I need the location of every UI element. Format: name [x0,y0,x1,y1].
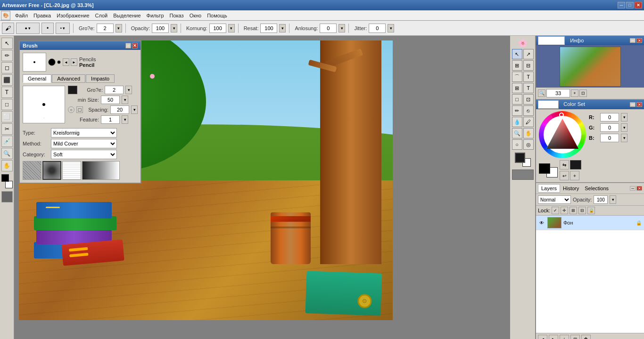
stamp-tool[interactable]: ⎋ [523,105,534,116]
select-tool[interactable]: ⬜ [1,111,13,122]
selections-tab[interactable]: Selections [582,185,611,192]
fill-tool[interactable]: ⬛ [1,74,13,86]
anlosung-arrow[interactable]: ▾ [339,24,345,32]
reset-colors-btn[interactable]: ↩ [560,171,569,180]
zoom-level-input[interactable] [546,89,570,97]
rt-fg-color[interactable] [515,153,525,163]
layer-visibility-toggle[interactable]: 👁 [538,219,545,226]
preview-close-btn[interactable]: ✕ [636,38,642,43]
texture-3[interactable] [62,161,81,180]
current-color-large[interactable] [570,160,581,170]
brush-dot-btn[interactable]: • [41,23,54,34]
history-tab[interactable]: History [560,185,582,192]
layer-opacity-input[interactable] [594,195,608,204]
zoom-in-icon[interactable]: + [571,89,578,97]
eraser-tool[interactable]: ◻ [1,62,13,73]
layers-scroll-down[interactable]: ► [549,335,558,339]
brush-size-btn[interactable]: • ▾ [56,23,70,34]
transform-tool[interactable]: ↗ [523,49,534,59]
add-to-swatches-btn[interactable]: + [570,171,579,180]
color-tab[interactable]: Color [538,100,559,109]
resat-arrow[interactable]: ▾ [279,24,286,32]
spacing-circle-btn[interactable]: ○ [68,106,74,113]
spacing-input[interactable] [110,105,129,114]
brush-tab-advanced[interactable]: Advanced [52,74,85,83]
lasso-tool[interactable]: ✂ [1,123,13,135]
brush-sample-2[interactable] [57,60,61,64]
brush-tab-general[interactable]: General [23,74,51,83]
lock-move[interactable]: ✛ [561,207,568,214]
marquee-tool[interactable]: ⊞ [512,60,522,71]
close-button[interactable]: ✕ [635,2,642,8]
layers-tab[interactable]: Layers [538,184,560,193]
blend-mode-select[interactable]: Normal [538,195,571,204]
rect-select-tool[interactable]: □ [512,94,522,105]
brush-tool[interactable]: ✏ [1,50,13,61]
type-select[interactable]: Kreisformig [51,128,117,137]
jitter-arrow[interactable]: ▾ [388,24,394,32]
gradient-swatch[interactable] [82,161,120,180]
brush-paint-tool[interactable]: ✏ [512,105,522,116]
spacing-arrow[interactable]: ▾ [131,105,138,114]
menu-filter[interactable]: Фильтр [144,12,167,19]
brush-prev-btn[interactable]: ◄ [63,58,69,66]
fill-rt[interactable]: 🖊 [523,117,534,127]
category-select[interactable]: Soft [51,150,117,159]
kornung-arrow[interactable]: ▾ [228,24,235,32]
feature-input[interactable] [101,115,120,124]
pointer-tool[interactable]: ↖ [1,38,13,49]
layers-close-btn[interactable]: ✕ [636,186,642,191]
new-layer-btn[interactable]: + [560,335,569,339]
anlosung-input[interactable] [320,24,337,33]
grosse-arrow[interactable]: ▾ [125,86,132,94]
brush-next-btn[interactable]: ► [71,58,77,66]
canvas-area[interactable]: Brush ─ ✕ [14,36,510,339]
hue-indicator[interactable] [570,119,574,122]
brush-tool-btn[interactable]: 🖌 [2,23,14,34]
texture-1[interactable] [23,161,41,180]
texture-2[interactable] [42,161,61,180]
lock-all[interactable]: ⊟ [578,207,586,214]
delete-layer-btn[interactable]: 🗑 [581,335,591,339]
g-arrow[interactable]: ▾ [621,123,627,132]
eyedropper-rt[interactable]: 💧 [512,117,522,127]
menu-image[interactable]: Изображение [54,12,92,19]
zoom-fit-icon[interactable]: ⊡ [579,89,587,97]
grid-tool[interactable]: ⊞ [512,83,522,93]
brush-size-arrow[interactable]: ▾ [116,24,122,32]
minsize-arrow[interactable]: ▾ [122,96,128,104]
b-arrow[interactable]: ▾ [621,134,627,142]
preview-minimize-btn[interactable]: ─ [630,38,636,43]
maximize-button[interactable]: □ [626,2,634,8]
brush-size-input[interactable] [97,24,114,33]
swap-colors-btn[interactable]: ⇆ [560,160,569,170]
menu-view[interactable]: Показ [167,12,187,19]
new-group-btn[interactable]: ⊞ [570,335,580,339]
warp-tool[interactable]: ⊟ [523,60,534,71]
shape-tool[interactable]: □ [1,99,13,110]
zoom-tool[interactable]: 🔍 [1,148,13,159]
menu-layer[interactable]: Слой [92,12,111,19]
menu-file[interactable]: Файл [12,12,31,19]
crop-tool[interactable]: ⊡ [523,94,534,105]
b-input[interactable] [600,134,619,142]
resat-input[interactable] [260,24,277,33]
blur-rt[interactable]: ◎ [523,139,534,150]
colorset-tab[interactable]: Color Set [560,100,589,109]
minimize-button[interactable]: ─ [618,2,625,8]
text-edit-tool[interactable]: T [523,72,534,82]
grosse-setting-input[interactable] [105,86,124,94]
background-color[interactable] [5,181,13,188]
color-picker-dot[interactable] [68,86,77,94]
color-minimize-btn[interactable]: ─ [630,102,636,107]
info-tab[interactable]: Инфо [566,36,588,45]
magnify-rt[interactable]: 🔍 [512,128,522,138]
opacity-arrow[interactable]: ▾ [171,24,177,32]
menu-selection[interactable]: Выделение [110,12,143,19]
lock-paint[interactable]: ⊞ [570,207,577,214]
lock-check-1[interactable]: ✓ [552,207,559,214]
r-input[interactable] [600,113,619,121]
spacing-check[interactable]: □ [76,106,83,113]
color-close-btn[interactable]: ✕ [636,102,642,107]
layer-item-fon[interactable]: 👁 Фон 🔒 [536,216,644,230]
